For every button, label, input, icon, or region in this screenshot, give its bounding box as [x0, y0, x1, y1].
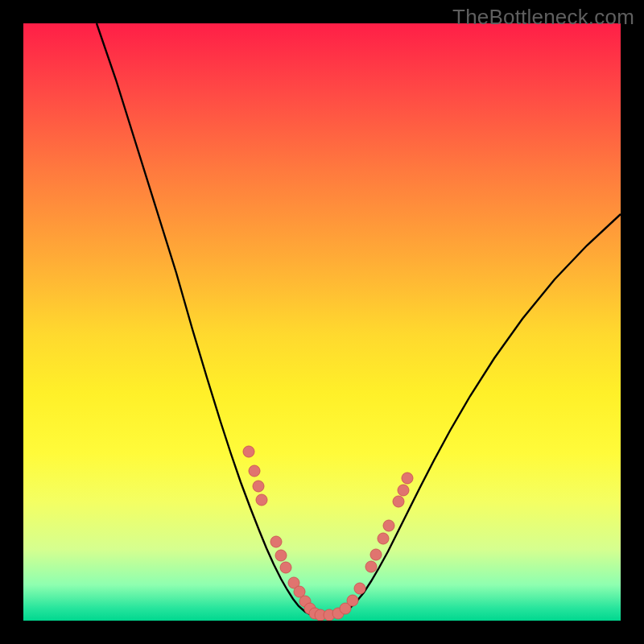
data-point — [270, 536, 282, 547]
data-point — [402, 473, 413, 484]
data-points-group — [243, 446, 413, 621]
bottleneck-curve-plot — [23, 23, 621, 621]
data-point — [378, 533, 389, 544]
data-point — [280, 562, 291, 573]
data-point — [249, 465, 260, 477]
chart-area — [23, 23, 621, 621]
data-point — [398, 485, 409, 496]
data-point — [383, 520, 394, 531]
data-point — [365, 561, 377, 572]
data-point — [347, 595, 358, 606]
data-point — [354, 583, 365, 594]
data-point — [256, 494, 267, 506]
data-point — [243, 446, 254, 457]
bottleneck-curve — [97, 23, 621, 616]
data-point — [370, 549, 382, 560]
data-point — [253, 481, 264, 492]
data-point — [393, 496, 404, 507]
watermark-text: TheBottleneck.com — [452, 5, 634, 30]
data-point — [275, 550, 287, 561]
